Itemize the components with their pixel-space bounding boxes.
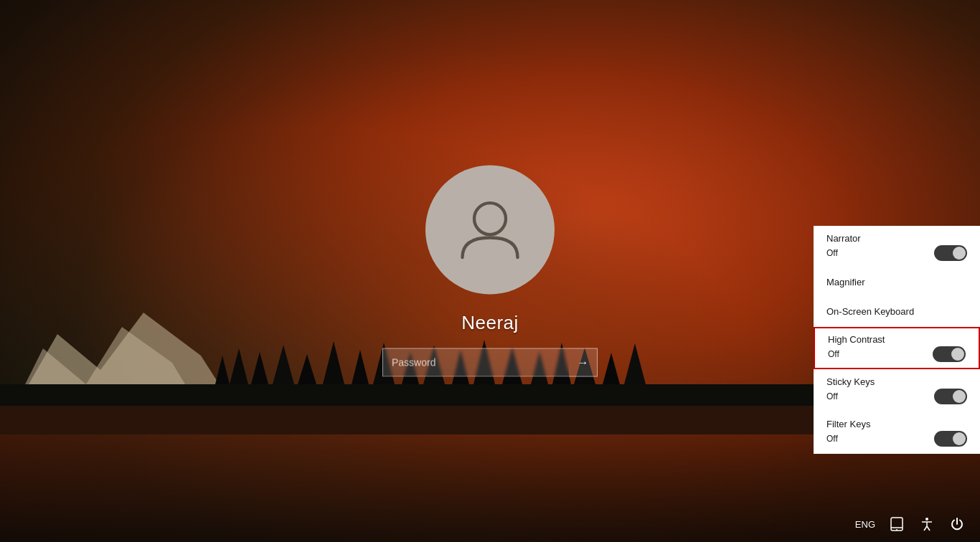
high-contrast-status: Off [828,349,839,359]
power-icon [948,515,966,533]
narrator-row: Off [826,245,967,261]
magnifier-item[interactable]: Magnifier [814,268,980,298]
svg-line-30 [927,526,930,531]
language-label: ENG [855,519,875,530]
high-contrast-label: High Contrast [828,334,966,345]
arrow-icon: → [578,356,589,369]
svg-marker-20 [624,343,646,384]
filter-keys-item: Filter Keys Off [814,412,980,454]
narrator-status: Off [826,248,838,258]
filter-keys-row: Off [826,431,967,447]
svg-marker-3 [215,356,230,384]
taskbar: ENG [0,506,980,542]
accessibility-panel: Narrator Off Magnifier On-Screen Keyboar… [814,226,980,454]
narrator-item: Narrator Off [814,226,980,268]
svg-marker-19 [603,353,620,384]
power-button[interactable] [948,515,966,533]
tablet-mode-icon [888,515,905,533]
filter-keys-toggle[interactable] [934,431,967,447]
on-screen-keyboard-label: On-Screen Keyboard [826,306,967,317]
accessibility-button[interactable] [918,515,936,533]
language-selector[interactable]: ENG [855,519,875,530]
svg-point-25 [896,529,897,531]
high-contrast-item: High Contrast Off [814,327,980,369]
svg-marker-7 [298,354,316,384]
sticky-keys-toggle-knob [953,390,966,403]
svg-marker-9 [352,350,369,384]
svg-line-29 [924,526,927,531]
narrator-toggle[interactable] [934,245,967,261]
password-input[interactable] [382,348,569,377]
svg-marker-4 [230,348,248,384]
sticky-keys-status: Off [826,391,838,401]
password-submit-button[interactable]: → [569,348,598,377]
svg-point-22 [474,203,506,234]
sticky-keys-item: Sticky Keys Off [814,369,980,412]
high-contrast-row: Off [828,346,966,362]
on-screen-keyboard-item[interactable]: On-Screen Keyboard [814,298,980,327]
high-contrast-toggle-knob [951,348,964,361]
tablet-mode-button[interactable] [888,515,905,533]
username-label: Neeraj [461,312,519,334]
svg-rect-23 [891,518,903,531]
filter-keys-label: Filter Keys [826,419,967,429]
svg-marker-5 [251,352,268,384]
sticky-keys-row: Off [826,389,967,404]
svg-point-26 [925,518,928,520]
sticky-keys-label: Sticky Keys [826,376,967,387]
high-contrast-toggle[interactable] [933,346,966,362]
sticky-keys-toggle[interactable] [934,389,967,404]
accessibility-icon [918,515,936,533]
avatar [425,166,555,295]
svg-marker-6 [273,345,294,384]
user-avatar-icon [451,191,529,270]
filter-keys-toggle-knob [953,432,966,445]
password-row: → [382,348,598,377]
svg-marker-8 [323,341,344,384]
filter-keys-status: Off [826,434,838,444]
narrator-toggle-knob [953,247,966,260]
login-area: Neeraj → [382,166,598,377]
narrator-label: Narrator [826,233,967,244]
magnifier-label: Magnifier [826,277,967,287]
